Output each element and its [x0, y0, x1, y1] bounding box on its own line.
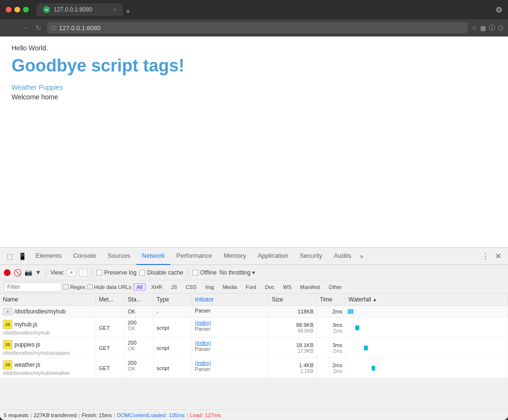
- devtools-panel: ⬚ 📱 Elements Console Sources Network Per…: [0, 247, 508, 420]
- clear-button[interactable]: 🚫: [13, 269, 22, 276]
- dom-content-loaded-label: DOMContentLoaded:: [117, 412, 167, 418]
- cast-icon[interactable]: ⬡: [498, 24, 503, 32]
- status-bar: 5 requests | 227KB transferred | Finish:…: [0, 409, 508, 420]
- filter-all[interactable]: All: [133, 283, 145, 291]
- new-tab-button[interactable]: +: [126, 7, 130, 16]
- table-row[interactable]: JS myhub.js /dist/bundles/myhub GET 200O…: [0, 318, 508, 338]
- tab-elements[interactable]: Elements: [30, 248, 67, 265]
- weather-puppies-link[interactable]: Weather Puppies: [12, 84, 496, 91]
- filter-media[interactable]: Media: [219, 283, 241, 291]
- maximize-button[interactable]: [23, 7, 29, 12]
- filter-js[interactable]: JS: [168, 283, 181, 291]
- preserve-log-checkbox[interactable]: [97, 270, 102, 276]
- col-type[interactable]: Type: [154, 295, 192, 304]
- row0-size: 118KB: [269, 306, 317, 317]
- filter-input[interactable]: [4, 282, 61, 292]
- url-actions: ☆ ▦ ⓘ ⬡: [472, 24, 503, 32]
- devtools-icon[interactable]: ⚙: [496, 5, 502, 14]
- filter-manifest[interactable]: Manifest: [297, 283, 324, 291]
- preserve-log-text: Preserve log: [104, 269, 136, 276]
- offline-checkbox[interactable]: [193, 270, 198, 276]
- table-row[interactable]: JS puppies.js /dist/bundles/myhub/puppie…: [0, 338, 508, 358]
- minimize-button[interactable]: [14, 7, 20, 12]
- table-row[interactable]: JS weather.js /dist/bundles/myhub/weathe…: [0, 358, 508, 378]
- offline-label[interactable]: Offline: [193, 269, 217, 276]
- filter-doc[interactable]: Doc: [262, 283, 278, 291]
- regex-checkbox[interactable]: [63, 284, 69, 289]
- row1-waterfall: [346, 318, 508, 337]
- col-method[interactable]: Met...: [96, 295, 125, 304]
- row1-status: 200OK: [125, 318, 154, 337]
- row3-type: script: [154, 358, 192, 378]
- network-table-body[interactable]: ≡ /dist/bundles/myhub OK - Parser 118KB …: [0, 306, 508, 409]
- tab-security[interactable]: Security: [294, 248, 328, 265]
- row1-time: 3ms2ms: [317, 318, 346, 337]
- col-waterfall[interactable]: Waterfall ▲: [346, 295, 508, 304]
- forward-button[interactable]: →: [19, 22, 30, 34]
- hide-data-urls-checkbox[interactable]: [87, 284, 93, 289]
- filter-css[interactable]: CSS: [182, 283, 200, 291]
- more-tabs-button[interactable]: »: [358, 250, 365, 263]
- preserve-log-label[interactable]: Preserve log: [97, 269, 136, 276]
- row2-size: 18.1KB17.9KB: [269, 338, 317, 358]
- browser-tab[interactable]: ● 127.0.0.1:8080 ×: [36, 3, 123, 16]
- filter-other[interactable]: Other: [326, 283, 346, 291]
- tab-close-button[interactable]: ×: [113, 7, 116, 12]
- col-name[interactable]: Name: [0, 295, 96, 304]
- url-bar[interactable]: ⓘ 127.0.0.1:8080: [47, 22, 468, 34]
- tab-sources[interactable]: Sources: [102, 248, 136, 265]
- hide-data-urls-label[interactable]: Hide data URLs: [87, 284, 132, 290]
- info-icon[interactable]: ⓘ: [489, 24, 495, 32]
- row1-initiator-link[interactable]: (index): [195, 320, 211, 325]
- row0-waterfall: [346, 306, 508, 317]
- status-divider2: |: [79, 412, 80, 418]
- devtools-close-button[interactable]: ✕: [492, 250, 504, 263]
- row3-time: 2ms2ms: [317, 358, 346, 378]
- col-time[interactable]: Time: [317, 295, 346, 304]
- col-size[interactable]: Size: [269, 295, 317, 304]
- reload-button[interactable]: ↻: [34, 22, 43, 34]
- close-button[interactable]: [6, 7, 12, 12]
- tab-application[interactable]: Application: [252, 248, 294, 265]
- tree-view-button[interactable]: ⋮: [79, 269, 87, 276]
- col-initiator[interactable]: Initiator: [192, 295, 269, 304]
- row0-name: ≡ /dist/bundles/myhub: [0, 306, 96, 317]
- row2-initiator: (index) Parser: [192, 338, 269, 358]
- throttle-select[interactable]: No throttling ▾: [219, 269, 255, 276]
- table-row[interactable]: ≡ /dist/bundles/myhub OK - Parser 118KB …: [0, 306, 508, 318]
- record-button[interactable]: [4, 269, 11, 276]
- regex-text: Regex: [70, 284, 85, 290]
- row1-filename: JS myhub.js: [3, 320, 37, 329]
- bookmark-icon[interactable]: ☆: [472, 24, 477, 32]
- filter-xhr[interactable]: XHR: [148, 283, 166, 291]
- row2-initiator-link[interactable]: (index): [195, 340, 211, 346]
- filter-font[interactable]: Font: [242, 283, 260, 291]
- row1-type: script: [154, 318, 192, 337]
- tab-audits[interactable]: Audits: [328, 248, 357, 265]
- filter-icon[interactable]: ▼: [35, 269, 41, 276]
- load-label: Load:: [190, 412, 203, 418]
- disable-cache-checkbox[interactable]: [139, 270, 145, 276]
- tab-console[interactable]: Console: [67, 248, 102, 265]
- devtools-menu-icon[interactable]: ⋮: [479, 250, 492, 263]
- tab-memory[interactable]: Memory: [218, 248, 252, 265]
- load-value: 127ms: [205, 412, 221, 418]
- tab-performance[interactable]: Performance: [170, 248, 218, 265]
- row3-initiator-link[interactable]: (index): [195, 360, 211, 366]
- list-view-button[interactable]: ≡: [67, 269, 76, 276]
- row2-method: GET: [96, 338, 125, 358]
- col-status[interactable]: Sta...: [125, 295, 154, 304]
- screenshot-button[interactable]: 📷: [24, 269, 32, 276]
- transferred-size: 227KB transferred: [34, 412, 76, 418]
- tab-title: 127.0.0.1:8080: [54, 6, 109, 13]
- regex-label[interactable]: Regex: [63, 284, 85, 290]
- hide-data-urls-text: Hide data URLs: [94, 284, 132, 290]
- tab-network[interactable]: Network: [136, 248, 171, 265]
- back-button[interactable]: ←: [5, 22, 15, 34]
- device-toolbar-icon[interactable]: 📱: [16, 251, 28, 262]
- extension-icon[interactable]: ▦: [480, 24, 486, 32]
- filter-ws[interactable]: WS: [279, 283, 295, 291]
- disable-cache-label[interactable]: Disable cache: [139, 269, 183, 276]
- element-picker-icon[interactable]: ⬚: [4, 251, 15, 262]
- filter-img[interactable]: Img: [202, 283, 217, 291]
